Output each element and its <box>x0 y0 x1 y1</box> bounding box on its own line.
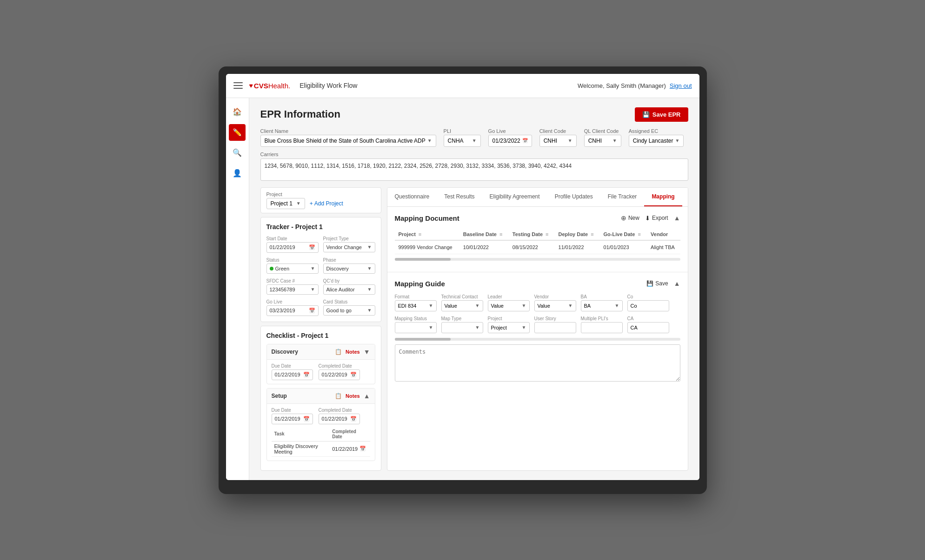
card-status-label: Card Status <box>323 299 375 304</box>
row-project: 999999 Vendor Change <box>395 240 459 254</box>
tab-mapping[interactable]: Mapping <box>644 188 682 206</box>
add-project-button[interactable]: + Add Project <box>310 200 343 207</box>
mapping-guide-collapse-btn[interactable]: ▲ <box>674 280 680 287</box>
sign-out-link[interactable]: Sign out <box>670 82 692 89</box>
status-label: Status <box>266 257 319 263</box>
guide-vendor-select[interactable]: Value ▼ <box>534 300 576 311</box>
sidebar-icon-user-plus[interactable]: 👤 <box>229 165 246 182</box>
guide-technical-contact-select[interactable]: Value ▼ <box>441 300 483 311</box>
setup-due-calendar-icon: 📅 <box>303 416 310 422</box>
sfdc-chevron: ▼ <box>311 287 315 292</box>
tracker-go-live-value[interactable]: 03/23/2019 📅 <box>266 305 319 316</box>
guide-project-value: Project <box>491 325 507 330</box>
client-code-label: Client Code <box>539 128 577 134</box>
epr-title: EPR Information <box>260 108 340 120</box>
guide-map-type-value <box>445 325 446 330</box>
guide-leader-value: Value <box>491 303 504 309</box>
sidebar-icon-search[interactable]: 🔍 <box>229 145 246 161</box>
mapping-doc-collapse-btn[interactable]: ▲ <box>674 214 680 222</box>
tab-eligibility-agreement[interactable]: Eligibility Agreement <box>482 188 547 206</box>
export-icon: ⬇ <box>645 215 650 222</box>
mapping-table-scroll-thumb[interactable] <box>395 258 451 261</box>
setup-collapse-btn[interactable]: ▲ <box>364 392 370 400</box>
qcd-select[interactable]: Alice Auditor ▼ <box>323 284 375 295</box>
assigned-ec-select[interactable]: Cindy Lancaster ▼ <box>629 135 684 147</box>
mapping-table-scrollbar[interactable] <box>395 258 680 261</box>
pli-select[interactable]: CNHA ▼ <box>444 135 481 147</box>
guide-ca-value[interactable]: CA <box>627 322 669 333</box>
carriers-input[interactable]: 1234, 5678, 9010, 1112, 1314, 1516, 1718… <box>260 158 688 181</box>
discovery-due-calendar-icon: 📅 <box>303 372 310 378</box>
pli-value: CNHA <box>448 138 464 144</box>
checklist-title: Checklist - Project 1 <box>266 332 375 339</box>
guide-map-type-select[interactable]: ▼ <box>441 322 483 333</box>
discovery-date-row: Due Date 01/22/2019 📅 Completed Date <box>272 363 370 380</box>
sidebar-icon-edit[interactable]: ✏️ <box>229 124 246 141</box>
card-status-select[interactable]: Good to go ▼ <box>323 305 375 316</box>
col-testing-sort-icon[interactable]: ≡ <box>546 231 548 237</box>
setup-due-date-value[interactable]: 01/22/2019 📅 <box>272 414 313 424</box>
project-type-select[interactable]: Vendor Change ▼ <box>323 242 375 252</box>
task-calendar-icon[interactable]: 📅 <box>359 446 366 452</box>
discovery-due-date-value[interactable]: 01/22/2019 📅 <box>272 369 313 380</box>
save-epr-button[interactable]: 💾 Save EPR <box>635 107 688 122</box>
client-name-select[interactable]: Blue Cross Blue Shield of the State of S… <box>260 135 436 147</box>
tab-file-tracker[interactable]: File Tracker <box>600 188 645 206</box>
client-code-select[interactable]: CNHI ▼ <box>539 135 577 147</box>
discovery-notes-btn[interactable]: Notes <box>346 349 360 355</box>
tracker-title: Tracker - Project 1 <box>266 223 375 231</box>
phase-chevron: ▼ <box>367 266 372 271</box>
comments-textarea[interactable] <box>395 344 680 382</box>
guide-scroll-thumb[interactable] <box>395 338 451 341</box>
setup-header: Setup 📋 Notes ▲ <box>267 389 375 404</box>
go-live-select[interactable]: 01/23/2022 📅 <box>488 135 532 147</box>
guide-user-story-field: User Story <box>534 316 576 333</box>
discovery-collapse-btn[interactable]: ▼ <box>364 348 370 356</box>
phase-select[interactable]: Discovery ▼ <box>323 264 375 274</box>
start-date-calendar-icon: 📅 <box>309 244 315 250</box>
project-select[interactable]: Project 1 ▼ <box>266 198 305 209</box>
setup-completed-date: Completed Date 01/22/2019 📅 <box>319 408 360 424</box>
status-select[interactable]: Green ▼ <box>266 264 319 274</box>
guide-mapping-status-select[interactable]: ▼ <box>395 322 437 333</box>
mapping-table-row: 999999 Vendor Change 10/01/2022 08/15/20… <box>395 240 680 254</box>
guide-scrollbar[interactable] <box>395 338 680 341</box>
guide-ba-select[interactable]: BA ▼ <box>581 300 623 311</box>
guide-multiple-pli-input[interactable] <box>581 322 623 333</box>
tab-test-results[interactable]: Test Results <box>437 188 482 206</box>
guide-user-story-label: User Story <box>534 316 576 321</box>
setup-completed-date-value[interactable]: 01/22/2019 📅 <box>319 414 360 424</box>
mapping-save-button[interactable]: 💾 Save <box>646 280 668 287</box>
col-deploy-sort-icon[interactable]: ≡ <box>591 231 593 237</box>
mapping-new-button[interactable]: ⊕ New <box>621 214 639 222</box>
col-go-live-sort-icon[interactable]: ≡ <box>638 231 640 237</box>
guide-leader-select[interactable]: Value ▼ <box>488 300 530 311</box>
discovery-notes-icon: 📋 <box>335 349 342 355</box>
ql-client-code-select[interactable]: CNHI ▼ <box>584 135 621 147</box>
save-icon: 💾 <box>642 111 650 118</box>
sidebar: 🏠 ✏️ 🔍 👤 <box>226 98 249 480</box>
qcd-label: QC'd by <box>323 278 375 283</box>
setup-notes-btn[interactable]: Notes <box>346 393 360 399</box>
col-project-sort-icon[interactable]: ≡ <box>419 231 421 237</box>
col-baseline-sort-icon[interactable]: ≡ <box>499 231 502 237</box>
tracker-go-live-field: Go Live 03/23/2019 📅 <box>266 299 319 316</box>
phase-field: Phase Discovery ▼ <box>323 257 375 274</box>
sfdc-select[interactable]: 123456789 ▼ <box>266 284 319 295</box>
hamburger-menu[interactable] <box>233 82 243 89</box>
guide-co-value[interactable]: Co <box>627 300 669 311</box>
sidebar-icon-home[interactable]: 🏠 <box>229 104 246 120</box>
vendor-chevron-icon: ▼ <box>568 303 573 308</box>
guide-project-select[interactable]: Project ▼ <box>488 322 530 333</box>
guide-format-select[interactable]: EDI 834 ▼ <box>395 300 437 311</box>
tab-questionnaire[interactable]: Questionnaire <box>387 188 437 206</box>
guide-vendor-label: Vendor <box>534 294 576 299</box>
tab-profile-updates[interactable]: Profile Updates <box>547 188 600 206</box>
discovery-completed-date-value[interactable]: 01/22/2019 📅 <box>319 369 360 380</box>
start-date-value[interactable]: 01/22/2019 📅 <box>266 242 319 253</box>
col-deploy-date: Deploy Date ≡ <box>555 229 600 240</box>
client-name-label: Client Name <box>260 128 436 134</box>
guide-user-story-input[interactable] <box>534 322 576 333</box>
mapping-export-button[interactable]: ⬇ Export <box>645 215 668 222</box>
tracker-card: Tracker - Project 1 Start Date 01/22/201… <box>260 217 381 322</box>
